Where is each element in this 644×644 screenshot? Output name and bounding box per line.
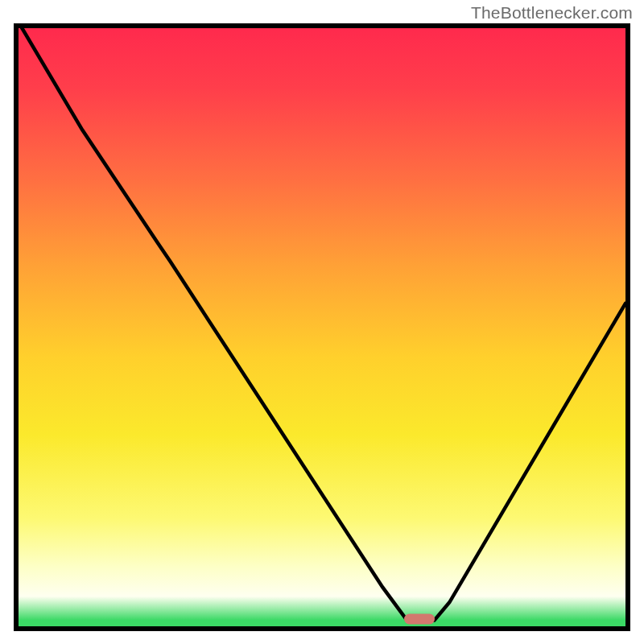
plot-area <box>14 23 630 631</box>
minimum-marker <box>404 614 435 625</box>
curve-path <box>19 28 625 621</box>
watermark-text: TheBottlenecker.com <box>471 3 633 23</box>
chart-container: TheBottlenecker.com <box>0 0 644 644</box>
curve-svg <box>19 28 625 626</box>
